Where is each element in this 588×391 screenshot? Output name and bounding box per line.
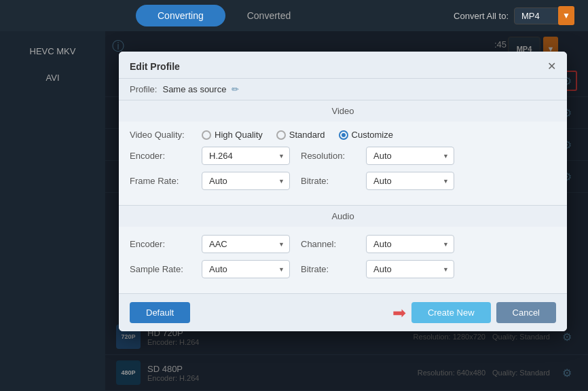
modal-close-button[interactable]: ✕ (547, 60, 556, 73)
audio-encoder-channel-row: Encoder: AAC MP3 AC3 Channel: Auto Stere… (130, 235, 556, 253)
standard-quality-option[interactable]: Standard (276, 130, 325, 140)
sidebar: HEVC MKV AVI (0, 31, 105, 391)
framerate-select[interactable]: Auto 24 25 30 60 (202, 172, 290, 190)
customize-quality-radio[interactable] (339, 130, 348, 140)
video-bitrate-select-wrapper: Auto 1000k 2000k 4000k (366, 172, 454, 190)
framerate-label: Frame Rate: (130, 176, 191, 186)
encoder-select[interactable]: H.264 H.265 MPEG-4 (202, 147, 290, 165)
edit-profile-icon[interactable]: ✏ (232, 84, 239, 94)
standard-quality-radio[interactable] (276, 130, 286, 140)
modal-profile-value: Same as source (162, 84, 226, 94)
tab-converted[interactable]: Converted (225, 5, 313, 26)
right-panel: ⓘ :45 MP4 ▼ auto standard ⚙ auto standar… (105, 31, 588, 391)
samplerate-bitrate-row: Sample Rate: Auto 44100 48000 Bitrate: A… (130, 260, 556, 278)
video-bitrate-label: Bitrate: (301, 176, 355, 186)
resolution-select[interactable]: Auto 1920x1080 1280x720 640x480 (366, 147, 454, 165)
audio-encoder-label: Encoder: (130, 239, 191, 249)
sidebar-item-hevc-mkv[interactable]: HEVC MKV (0, 38, 105, 64)
video-form-section: Video Quality: High Quality Standard (119, 122, 567, 205)
audio-bitrate-select-wrapper: Auto 128k 192k 256k (366, 260, 454, 278)
create-new-button[interactable]: Create New (411, 302, 491, 323)
convert-all-label: Convert All to: (454, 11, 509, 21)
edit-profile-modal: Edit Profile ✕ Profile: Same as source ✏… (119, 52, 567, 331)
resolution-select-wrapper: Auto 1920x1080 1280x720 640x480 (366, 147, 454, 165)
sidebar-item-avi[interactable]: AVI (0, 64, 105, 91)
samplerate-select-wrapper: Auto 44100 48000 (202, 260, 290, 278)
modal-footer: Default ➡ Create New Cancel (119, 293, 567, 331)
resolution-label: Resolution: (301, 151, 355, 161)
video-quality-row: Video Quality: High Quality Standard (130, 130, 556, 140)
audio-section-header: Audio (119, 206, 567, 227)
tab-converting[interactable]: Converting (136, 5, 225, 26)
modal-profile-row: Profile: Same as source ✏ (119, 79, 567, 100)
video-bitrate-select[interactable]: Auto 1000k 2000k 4000k (366, 172, 454, 190)
channel-select-wrapper: Auto Stereo Mono (366, 235, 454, 253)
encoder-select-wrapper: H.264 H.265 MPEG-4 (202, 147, 290, 165)
audio-bitrate-select[interactable]: Auto 128k 192k 256k (366, 260, 454, 278)
main-area: HEVC MKV AVI ⓘ :45 MP4 ▼ auto standard ⚙… (0, 31, 588, 391)
high-quality-label: High Quality (215, 130, 263, 140)
audio-encoder-select[interactable]: AAC MP3 AC3 (202, 235, 290, 253)
standard-quality-label: Standard (289, 130, 325, 140)
customize-quality-label: Customize (352, 130, 393, 140)
audio-bitrate-label: Bitrate: (301, 264, 355, 274)
modal-title: Edit Profile (130, 61, 180, 72)
top-bar: Converting Converted Convert All to: MP4… (0, 0, 588, 31)
convert-all-section: Convert All to: MP4 MKV AVI ▼ (454, 6, 574, 25)
high-quality-radio[interactable] (202, 130, 211, 140)
modal-header: Edit Profile ✕ (119, 52, 567, 79)
channel-select[interactable]: Auto Stereo Mono (366, 235, 454, 253)
arrow-indicator: ➡ Create New Cancel (392, 302, 556, 323)
high-quality-option[interactable]: High Quality (202, 130, 263, 140)
samplerate-select[interactable]: Auto 44100 48000 (202, 260, 290, 278)
framerate-bitrate-row: Frame Rate: Auto 24 25 30 60 Bitrate: (130, 172, 556, 190)
video-quality-radio-group: High Quality Standard Customize (202, 130, 393, 140)
convert-all-select[interactable]: MP4 MKV AVI (514, 7, 561, 24)
modal-profile-label: Profile: (130, 84, 157, 94)
cancel-button[interactable]: Cancel (496, 302, 556, 323)
tab-group: Converting Converted (136, 5, 312, 26)
framerate-select-wrapper: Auto 24 25 30 60 (202, 172, 290, 190)
samplerate-label: Sample Rate: (130, 264, 191, 274)
encoder-label: Encoder: (130, 151, 191, 161)
audio-form-section: Encoder: AAC MP3 AC3 Channel: Auto Stere… (119, 227, 567, 293)
default-button[interactable]: Default (130, 302, 190, 323)
video-section-header: Video (119, 100, 567, 122)
audio-encoder-select-wrapper: AAC MP3 AC3 (202, 235, 290, 253)
arrow-icon: ➡ (392, 303, 406, 322)
customize-quality-option[interactable]: Customize (339, 130, 393, 140)
encoder-resolution-row: Encoder: H.264 H.265 MPEG-4 Resolution: … (130, 147, 556, 165)
channel-label: Channel: (301, 239, 355, 249)
convert-all-dropdown-arrow[interactable]: ▼ (558, 6, 574, 25)
video-quality-label: Video Quality: (130, 130, 191, 140)
